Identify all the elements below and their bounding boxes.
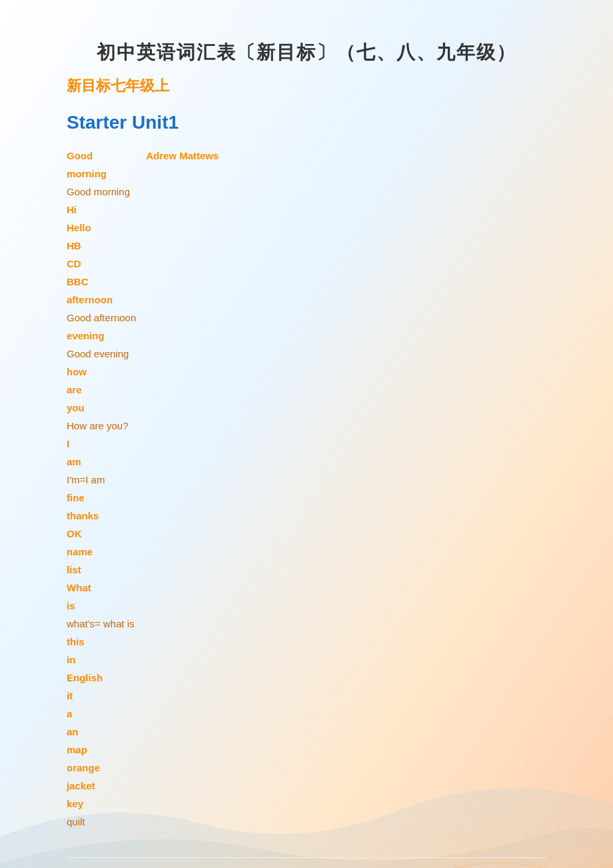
word-thanks: thanks [67,507,546,525]
word-jacket: jacket [67,777,546,795]
word-evening: evening [67,327,546,345]
footer: 最新 精品 Word 欢迎下载 可修改 [67,857,546,868]
word-hb: HB [67,237,546,255]
word-how: how [67,363,546,381]
subtitle: 新目标七年级上 [67,76,546,96]
word-row-good: Good Adrew Mattews [67,147,546,165]
word-morning: morning [67,165,546,183]
word-hi: Hi [67,201,546,219]
word-afternoon: afternoon [67,291,546,309]
word-it: it [67,687,546,705]
page-content: 初中英语词汇表〔新目标〕（七、八、九年级） 新目标七年级上 Starter Un… [0,0,613,868]
word-adrew: Adrew Mattews [146,147,219,165]
word-list: Good Adrew Mattews morning Good morning … [67,147,546,831]
main-title: 初中英语词汇表〔新目标〕（七、八、九年级） [67,40,546,65]
word-this: this [67,633,546,651]
word-name: name [67,543,546,561]
word-what: What [67,579,546,597]
word-map: map [67,741,546,759]
word-in: in [67,651,546,669]
word-orange: orange [67,759,546,777]
word-are: are [67,381,546,399]
word-a: a [67,705,546,723]
word-ok: OK [67,525,546,543]
word-quilt: quilt [67,813,546,831]
word-key: key [67,795,546,813]
word-list: list [67,561,546,579]
phrase-good-evening: Good evening [67,345,546,363]
word-bbc: BBC [67,273,546,291]
phrase-how-are-you: How are you? [67,417,546,435]
word-i: I [67,435,546,453]
word-fine: fine [67,489,546,507]
word-good: Good [67,147,93,165]
word-am: am [67,453,546,471]
phrase-good-afternoon: Good afternoon [67,309,546,327]
word-you: you [67,399,546,417]
unit-title: Starter Unit1 [67,112,546,133]
phrase-whats: what's= what is [67,615,546,633]
word-cd: CD [67,255,546,273]
word-an: an [67,723,546,741]
word-is: is [67,597,546,615]
word-hello: Hello [67,219,546,237]
phrase-im: I'm=I am [67,471,546,489]
word-english: English [67,669,546,687]
phrase-good-morning: Good morning [67,183,546,201]
